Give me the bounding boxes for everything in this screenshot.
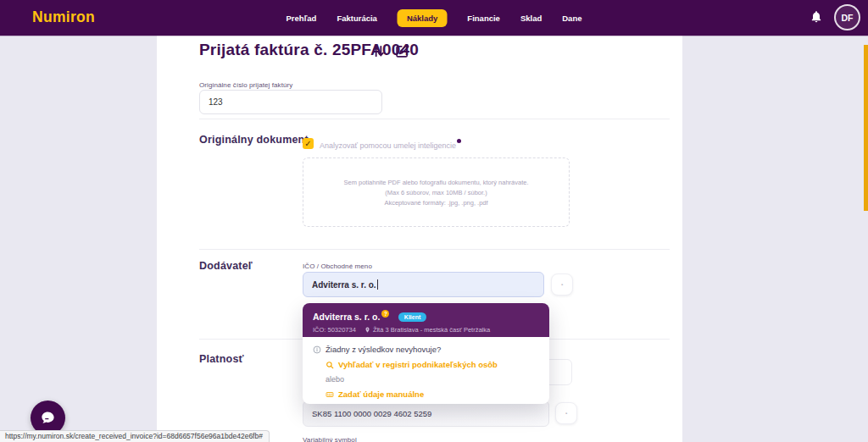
section-validity: Platnosť <box>199 353 244 365</box>
keyboard-icon <box>326 390 334 399</box>
iban-input[interactable]: SK85 1100 0000 0029 4602 5259 <box>303 401 549 427</box>
or-text: alebo <box>326 375 539 384</box>
nav-item-naklady[interactable]: Náklady <box>398 9 447 27</box>
supplier-clear-button[interactable]: ▪ <box>551 273 573 296</box>
notifications-bell-icon[interactable] <box>810 10 823 25</box>
result-address: Žltá 3 Bratislava - mestská časť Petržal… <box>373 326 490 334</box>
section-supplier: Dodávateľ <box>199 260 253 272</box>
file-dropzone[interactable]: Sem potiahnite PDF alebo fotografiu doku… <box>303 157 570 227</box>
speech-bubble-icon <box>40 410 56 426</box>
ai-analyze-label: Analyzovať pomocou umelej inteligencie <box>320 139 461 150</box>
app-logo[interactable]: Numiron <box>32 8 95 26</box>
supplier-field-label: IČO / Obchodné meno <box>303 262 372 270</box>
section-divider <box>199 119 670 119</box>
supplier-search-input[interactable]: Adviterra s. r. o. <box>303 272 544 297</box>
original-number-input[interactable] <box>199 90 382 114</box>
text-cursor <box>377 279 378 290</box>
main-nav: Prehľad Fakturácia Náklady Financie Skla… <box>287 0 582 36</box>
nav-item-financie[interactable]: Financie <box>467 14 500 23</box>
original-number-label: Originálne číslo prijatej faktúry <box>199 81 292 89</box>
iban-clear-button[interactable]: ▪ <box>555 402 577 424</box>
top-navbar: Numiron Prehľad Fakturácia Náklady Finan… <box>0 0 868 36</box>
section-original-document: Originálny dokument <box>199 134 309 146</box>
dropzone-instruction: Sem potiahnite PDF alebo fotografiu doku… <box>343 179 528 186</box>
supplier-suggestions-dropdown: Adviterra s. r. o.? Klient IČO: 50320734… <box>303 303 549 404</box>
search-registry-link[interactable]: Vyhľadať v registri podnikateľských osôb <box>326 360 539 369</box>
browser-status-url: https://my.numiron.sk/create_received_in… <box>0 430 270 442</box>
question-badge-icon: ? <box>381 310 389 318</box>
ai-info-badge-icon[interactable] <box>457 139 461 143</box>
nav-item-dane[interactable]: Dane <box>562 14 581 23</box>
page-scrollbar[interactable] <box>864 45 868 211</box>
page-title: Prijatá faktúra č. 25PFA0040 <box>199 41 419 59</box>
nav-item-sklad[interactable]: Sklad <box>520 14 542 23</box>
result-ico: IČO: 50320734 <box>313 326 356 334</box>
content-panel: Prijatá faktúra č. 25PFA0040 Originálne … <box>157 36 682 442</box>
sort-arrows-icon[interactable] <box>371 44 386 58</box>
klient-badge: Klient <box>398 312 426 322</box>
user-avatar[interactable]: DF <box>834 4 860 30</box>
dropzone-formats: Akceptované formáty: .jpg, .png, .pdf <box>384 199 487 207</box>
dropdown-footer: Žiadny z výsledkov nevyhovuje? Vyhľadať … <box>303 337 549 399</box>
variable-symbol-label: Variabilný symbol <box>303 436 357 442</box>
info-icon <box>313 345 321 354</box>
supplier-result-item[interactable]: Adviterra s. r. o.? Klient IČO: 50320734… <box>303 303 549 337</box>
nav-item-prehlad[interactable]: Prehľad <box>287 14 317 23</box>
nav-item-fakturacia[interactable]: Fakturácia <box>337 14 377 23</box>
dropzone-limits: (Max 6 súborov, max 10MB / súbor.) <box>385 189 487 196</box>
search-icon <box>326 361 334 369</box>
section-divider <box>199 249 670 250</box>
no-match-row: Žiadny z výsledkov nevyhovuje? <box>313 345 539 354</box>
app-window: Numiron Prehľad Fakturácia Náklady Finan… <box>0 0 868 442</box>
ai-analyze-checkbox[interactable]: ✓ <box>303 138 314 149</box>
edit-icon[interactable] <box>395 44 409 58</box>
result-company-name: Adviterra s. r. o. <box>313 312 380 322</box>
manual-entry-link[interactable]: Zadať údaje manuálne <box>326 390 539 399</box>
location-pin-icon <box>364 326 370 334</box>
